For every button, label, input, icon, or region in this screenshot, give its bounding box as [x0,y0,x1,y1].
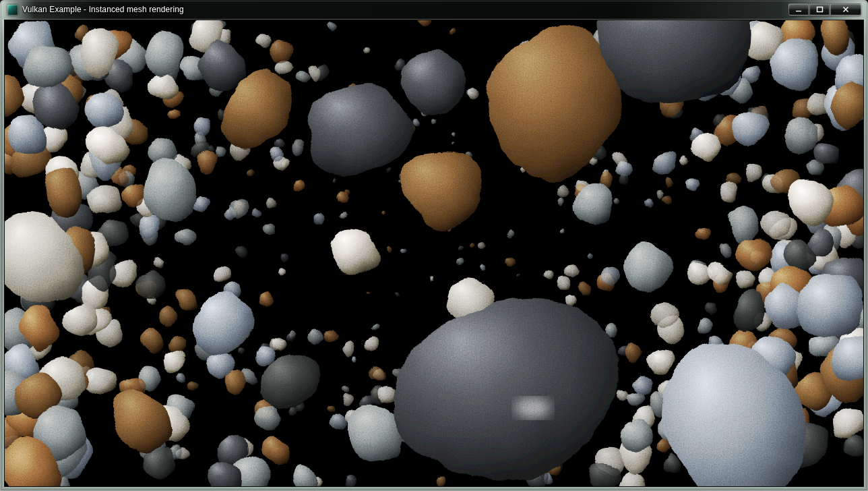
vulkan-app-icon[interactable] [7,5,18,16]
rock [214,267,230,282]
close-button[interactable] [830,3,861,16]
title-bar[interactable]: Vulkan Example - Instanced mesh renderin… [0,0,868,20]
rock [44,168,82,218]
rock [797,276,863,337]
scene-svg[interactable] [5,20,863,486]
rock [342,385,348,392]
minimize-icon [795,6,802,13]
app-window: Vulkan Example - Instanced mesh renderin… [0,0,868,491]
window-title: Vulkan Example - Instanced mesh renderin… [22,0,184,20]
render-viewport[interactable] [4,20,864,487]
maximize-button[interactable] [809,3,830,16]
rock [87,185,122,215]
maximize-icon [816,6,824,13]
specular-highlights [516,399,551,418]
rock [137,270,166,299]
close-icon [842,6,849,13]
window-controls [788,3,861,16]
rock [25,45,71,88]
minimize-button[interactable] [788,3,809,16]
rock [385,167,390,171]
specular-highlight [516,399,551,418]
